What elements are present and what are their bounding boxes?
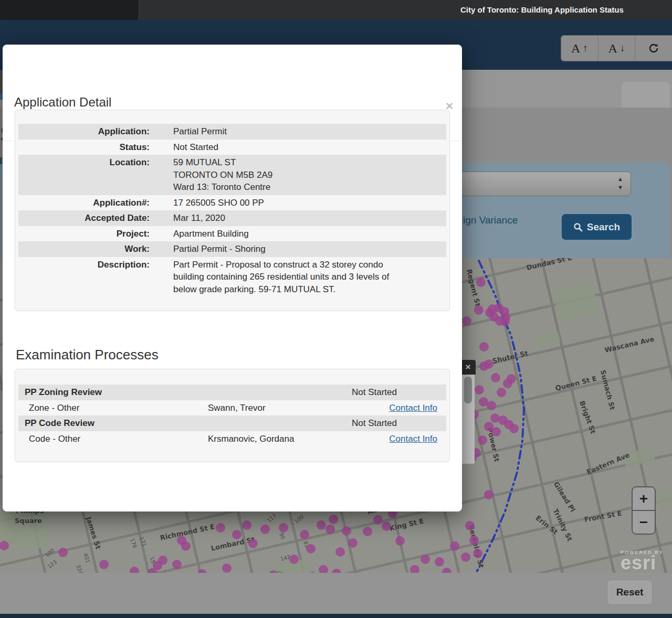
font-decrease-letter: A [608,41,617,56]
application-marker-dot[interactable] [421,555,430,564]
application-marker-dot[interactable] [326,525,335,534]
application-detail-table: Application:Partial PermitStatus:Not Sta… [15,110,450,311]
detail-row-label: Project: [18,228,150,240]
application-marker-dot[interactable] [216,523,225,532]
application-marker-dot[interactable] [450,541,459,551]
detail-row: Location:59 MUTUAL STTORONTO ON M5B 2A9W… [18,155,446,195]
search-button-label: Search [587,221,620,233]
application-marker-dot[interactable] [342,526,351,536]
application-marker-dot[interactable] [491,427,501,436]
detail-row-label: Application#: [18,197,150,209]
browser-tab[interactable] [0,0,139,20]
application-marker-dot[interactable] [479,361,489,371]
examination-processes-heading: Examination Processes [16,347,159,363]
detail-row-label: Accepted Date: [18,212,150,225]
esri-attribution: POWERED BY esri [621,550,664,571]
street-label: Square [15,517,42,525]
application-marker-dot[interactable] [279,523,288,532]
application-marker-dot[interactable] [497,388,506,397]
application-marker-dot[interactable] [382,521,391,531]
detail-row-label: Location: [18,156,150,194]
application-marker-dot[interactable] [99,560,109,569]
application-marker-dot[interactable] [289,555,299,564]
detail-value-line: Partial Permit - Shoring [173,243,446,255]
application-marker-dot[interactable] [181,541,191,551]
application-marker-dot[interactable] [248,539,258,548]
hidden-tab-sliver [0,157,2,164]
detail-row-value: 17 265005 SHO 00 PP [173,197,446,209]
detail-row: Application#:17 265005 SHO 00 PP [18,195,446,211]
application-detail-modal: Application Detail × Application:Partial… [3,45,462,512]
detail-value-line: 59 MUTUAL ST [173,156,446,169]
application-marker-dot[interactable] [435,557,444,567]
application-marker-dot[interactable] [475,385,484,395]
detail-row: Status:Not Started [18,140,446,155]
reset-button[interactable]: Reset [607,580,653,605]
application-marker-dot[interactable] [469,536,479,545]
detail-row: Work:Partial Permit - Shoring [18,241,446,257]
status-text: Not Started [352,417,437,430]
discipline-name: Zone - Other [25,402,208,414]
zoom-in-button[interactable]: + [633,487,655,510]
application-marker-dot[interactable] [509,424,519,433]
detail-value-line: Part Permit - Proposal to construct a 32… [173,259,446,271]
search-icon [573,222,583,232]
application-marker-dot[interactable] [500,317,510,326]
detail-value-line: TORONTO ON M5B 2A9 [173,169,446,182]
application-marker-dot[interactable] [335,547,345,557]
application-marker-dot[interactable] [473,549,482,558]
contact-info-link[interactable]: Contact Info [389,433,437,445]
detail-row-value: Partial Permit - Shoring [173,243,446,255]
application-marker-dot[interactable] [479,342,489,351]
map-popup-scrollbar[interactable] [464,377,472,403]
browser-title-bar: City of Toronto: Building Application St… [0,0,672,20]
application-marker-dot[interactable] [474,305,484,315]
search-button[interactable]: Search [562,214,632,240]
contact-info-link[interactable]: Contact Info [389,402,437,414]
application-marker-dot[interactable] [491,373,500,382]
application-marker-dot[interactable] [172,560,182,569]
zoom-out-button[interactable]: − [633,510,655,534]
application-marker-dot[interactable] [329,515,338,524]
examination-processes-table: PP Zoning ReviewNot StartedZone - OtherS… [15,369,450,462]
detail-value-line: Mar 11, 2020 [173,212,446,225]
detail-row-label: Application: [18,125,150,138]
application-marker-dot[interactable] [461,552,470,562]
select-arrows-icon: ▲▼ [617,175,623,191]
application-marker-dot[interactable] [465,521,475,530]
application-marker-dot[interactable] [306,544,316,553]
application-marker-dot[interactable] [260,525,270,534]
detail-value-line: Partial Permit [173,125,446,138]
application-marker-dot[interactable] [300,530,309,539]
application-marker-dot[interactable] [478,435,487,445]
application-marker-dot[interactable] [363,527,372,536]
font-decrease-button[interactable]: A ↓ [598,36,636,61]
application-marker-dot[interactable] [317,520,326,530]
application-marker-dot[interactable] [58,548,68,557]
refresh-button[interactable] [635,36,672,61]
application-marker-dot[interactable] [373,515,383,525]
map-popup-close-button[interactable]: × [460,360,476,375]
detail-value-line: Not Started [173,141,446,154]
application-marker-dot[interactable] [130,567,139,573]
application-marker-dot[interactable] [503,379,512,388]
application-marker-dot[interactable] [395,536,405,546]
exam-row: Zone - OtherSwann, TrevorContact Info [18,400,446,416]
font-increase-button[interactable]: A ↑ [561,36,598,61]
application-marker-dot[interactable] [232,530,242,539]
application-marker-dot[interactable] [462,316,471,326]
application-marker-dot[interactable] [484,490,494,499]
application-marker-dot[interactable] [348,538,358,548]
application-marker-dot[interactable] [319,565,328,573]
application-marker-dot[interactable] [242,520,251,530]
sign-variance-label[interactable]: ign Variance [463,215,518,226]
reset-button-label: Reset [616,587,644,598]
application-marker-dot[interactable] [487,401,496,410]
application-marker-dot[interactable] [158,556,167,565]
application-marker-dot[interactable] [476,278,486,287]
detail-row: Project:Apartment Building [18,226,446,242]
application-marker-dot[interactable] [410,565,419,573]
detail-row-value: 59 MUTUAL STTORONTO ON M5B 2A9Ward 13: T… [173,156,446,194]
application-marker-dot[interactable] [222,563,232,573]
process-status: Not Started [352,417,446,430]
